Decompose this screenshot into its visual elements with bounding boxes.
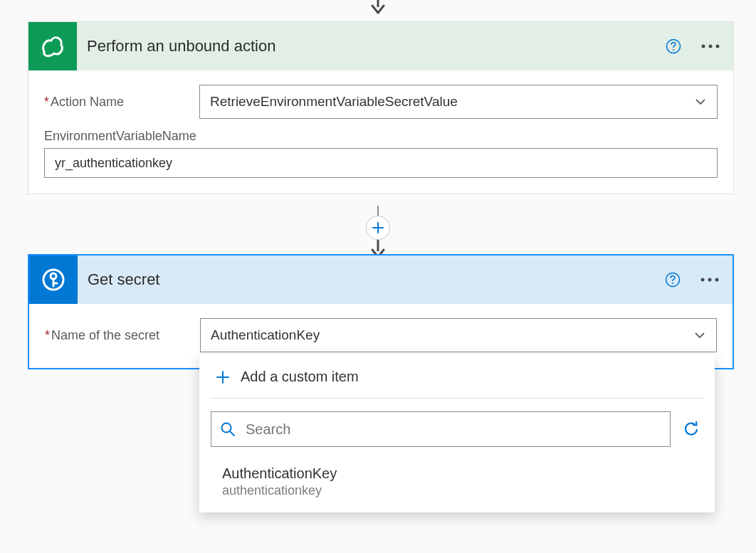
arrow-down-icon <box>368 0 388 16</box>
action-card-perform-unbound-action[interactable]: Perform an unbound action *Action <box>28 21 734 194</box>
plus-icon <box>372 222 384 233</box>
field-label-text: Name of the secret <box>51 328 159 342</box>
more-menu-icon[interactable] <box>696 36 725 56</box>
add-custom-item-button[interactable]: Add a custom item <box>211 364 703 399</box>
card-title: Get secret <box>88 270 663 289</box>
more-menu-icon[interactable] <box>695 270 724 290</box>
flow-designer-canvas: Perform an unbound action *Action <box>0 0 756 553</box>
dataverse-logo-icon <box>28 22 77 70</box>
secret-name-dropdown-panel: Add a custom item AuthenticationKey auth… <box>199 354 715 512</box>
svg-point-4 <box>716 45 720 48</box>
card-header[interactable]: Get secret <box>29 256 733 304</box>
chevron-down-icon <box>693 329 706 342</box>
flow-connector <box>366 206 390 260</box>
action-card-get-secret[interactable]: Get secret *Name of the secret <box>28 254 734 369</box>
card-body: *Action Name RetrieveEnvironmentVariable… <box>28 70 733 194</box>
chevron-down-icon <box>694 95 707 108</box>
form-row-action-name: *Action Name RetrieveEnvironmentVariable… <box>44 85 718 119</box>
select-value: AuthenticationKey <box>211 327 320 343</box>
search-input[interactable] <box>244 421 661 438</box>
help-icon[interactable] <box>663 36 683 56</box>
card-header[interactable]: Perform an unbound action <box>28 22 733 70</box>
form-row-secret-name: *Name of the secret AuthenticationKey <box>45 318 717 352</box>
svg-point-2 <box>702 45 705 48</box>
refresh-icon <box>682 420 700 438</box>
plus-icon <box>215 369 231 385</box>
field-label: *Action Name <box>44 95 199 110</box>
environment-variable-name-input[interactable] <box>44 148 718 178</box>
add-custom-label: Add a custom item <box>241 369 359 385</box>
keyvault-logo-icon <box>29 256 78 304</box>
svg-line-14 <box>230 431 234 436</box>
svg-point-10 <box>701 278 705 282</box>
svg-point-1 <box>673 49 674 51</box>
select-value: RetrieveEnvironmentVariableSecretValue <box>210 94 458 110</box>
field-label: *Name of the secret <box>45 328 200 343</box>
required-asterisk: * <box>45 328 50 342</box>
help-icon[interactable] <box>663 270 683 290</box>
field-label-text: Action Name <box>51 95 124 109</box>
search-icon <box>220 421 236 437</box>
add-step-button[interactable] <box>366 216 390 240</box>
secret-name-select[interactable]: AuthenticationKey <box>200 318 717 352</box>
required-asterisk: * <box>44 95 49 109</box>
svg-point-12 <box>715 278 719 282</box>
dropdown-option[interactable]: AuthenticationKey authenticationkey <box>211 465 703 498</box>
action-name-select[interactable]: RetrieveEnvironmentVariableSecretValue <box>199 85 718 119</box>
card-title: Perform an unbound action <box>87 37 663 56</box>
connector-line-icon <box>377 206 379 216</box>
search-row <box>211 411 703 447</box>
search-input-wrapper[interactable] <box>211 411 671 447</box>
svg-point-3 <box>709 45 713 48</box>
field-label: EnvironmentVariableName <box>44 129 718 144</box>
option-subtitle: authenticationkey <box>222 483 703 498</box>
svg-point-11 <box>708 278 712 282</box>
option-title: AuthenticationKey <box>222 465 703 482</box>
svg-point-9 <box>672 283 673 284</box>
refresh-button[interactable] <box>679 417 703 441</box>
